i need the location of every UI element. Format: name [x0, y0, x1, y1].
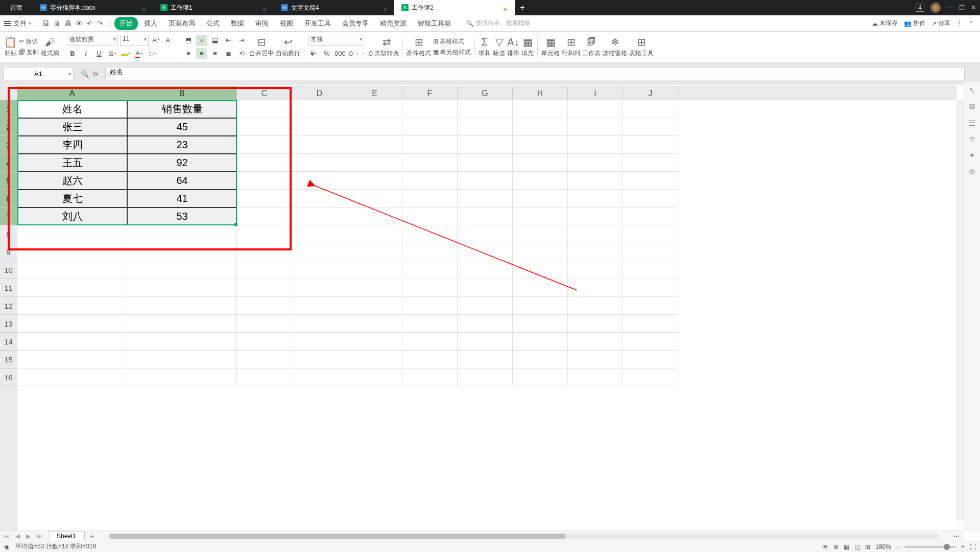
window-count-badge[interactable]: 4: [916, 4, 924, 12]
row-header-6[interactable]: 6: [0, 190, 17, 208]
align-right-icon[interactable]: ≡: [209, 48, 221, 59]
underline-button[interactable]: U: [93, 48, 105, 59]
row-header-3[interactable]: 3: [0, 136, 17, 154]
indent-inc-icon[interactable]: ⇥: [236, 35, 247, 46]
cell-B6[interactable]: 41: [127, 190, 237, 208]
cursor-icon[interactable]: ↖: [969, 86, 975, 95]
dec-decimal-button[interactable]: ←.0: [361, 48, 372, 59]
number-format-selector[interactable]: 常规: [308, 35, 364, 46]
menu-tab-4[interactable]: 数据: [226, 17, 249, 30]
sheet-tab-1[interactable]: Sheet1: [48, 531, 85, 541]
view-layout-icon[interactable]: ◫: [854, 543, 860, 550]
row-header-2[interactable]: 2: [0, 118, 17, 136]
row-header-15[interactable]: 15: [0, 351, 17, 369]
preview-icon[interactable]: 👁: [76, 19, 83, 28]
menu-tab-6[interactable]: 视图: [275, 17, 298, 30]
settings-slider-icon[interactable]: ⚙: [969, 102, 975, 111]
tab-add[interactable]: +: [515, 3, 530, 12]
file-menu[interactable]: 文件 ▾: [0, 19, 35, 28]
wrap-text-button[interactable]: ↩自动换行: [276, 36, 300, 58]
row-header-9[interactable]: 9: [0, 243, 17, 261]
zoom-formula-icon[interactable]: 🔍: [81, 70, 89, 78]
horizontal-scrollbar[interactable]: [109, 534, 939, 539]
cell-B4[interactable]: 92: [127, 154, 237, 172]
currency-button[interactable]: ¥: [308, 48, 319, 59]
comma-button[interactable]: 000: [334, 48, 346, 59]
row-header-13[interactable]: 13: [0, 315, 17, 333]
clear-format-button[interactable]: ◇: [147, 48, 158, 59]
increase-font-icon[interactable]: A⁺: [151, 35, 162, 46]
record-macro-icon[interactable]: ◉: [4, 543, 9, 550]
inc-decimal-button[interactable]: .0→: [348, 48, 359, 59]
align-top-icon[interactable]: ⬒: [183, 35, 194, 46]
formula-input[interactable]: 姓名: [105, 67, 965, 80]
font-size-selector[interactable]: 11: [120, 35, 149, 46]
view-pagebreak-icon[interactable]: ⊞: [865, 543, 870, 550]
menu-tab-0[interactable]: 开始: [114, 17, 138, 30]
cell-A7[interactable]: 刘八: [17, 208, 127, 225]
sheet-nav-prev[interactable]: ◀: [12, 533, 23, 540]
cut-button[interactable]: ✂ 剪切: [19, 37, 39, 46]
zoom-slider[interactable]: [905, 546, 956, 548]
menu-tab-8[interactable]: 会员专享: [337, 17, 374, 30]
align-bottom-icon[interactable]: ⬓: [209, 35, 221, 46]
freeze-button[interactable]: ❄冻结窗格: [603, 36, 627, 58]
col-header-D[interactable]: D: [292, 86, 347, 100]
collapse-ribbon-icon[interactable]: ⌃: [969, 19, 974, 28]
zoom-out-button[interactable]: −: [896, 543, 900, 550]
sheet-nav-next[interactable]: ▶: [23, 533, 34, 540]
filter-button[interactable]: ▽筛选: [493, 36, 505, 58]
sheet-nav-last[interactable]: ⏭: [34, 533, 46, 540]
print-icon[interactable]: 🖶: [64, 19, 71, 28]
cell-B2[interactable]: 45: [127, 118, 237, 136]
row-header-5[interactable]: 5: [0, 172, 17, 190]
select-all-corner[interactable]: [0, 86, 17, 100]
row-header-16[interactable]: 16: [0, 369, 17, 386]
col-header-F[interactable]: F: [402, 86, 458, 100]
indent-dec-icon[interactable]: ⇤: [223, 35, 234, 46]
minimize-button[interactable]: —: [947, 4, 953, 11]
orientation-icon[interactable]: ⟲: [236, 48, 247, 59]
doc-tab-1[interactable]: S工作簿1○: [153, 0, 274, 15]
cell-A6[interactable]: 夏七: [17, 190, 127, 208]
col-header-I[interactable]: I: [568, 86, 623, 100]
copy-button[interactable]: 🗐 复制: [19, 48, 39, 57]
zoom-in-button[interactable]: +: [961, 543, 965, 550]
fill-button[interactable]: ▦填充: [521, 36, 534, 58]
fill-color-button[interactable]: ▬: [120, 48, 131, 59]
bold-button[interactable]: B: [67, 48, 78, 59]
col-header-G[interactable]: G: [458, 86, 513, 100]
collab-button[interactable]: 👥 协作: [904, 19, 925, 28]
menu-tab-2[interactable]: 页面布局: [163, 17, 200, 30]
eye-icon[interactable]: 👁: [822, 543, 828, 550]
sheet-more-icon[interactable]: ⋯: [949, 533, 964, 540]
col-header-B[interactable]: B: [127, 86, 237, 100]
tab-home[interactable]: 首页: [0, 0, 33, 15]
fullscreen-icon[interactable]: ⛶: [970, 543, 976, 550]
zoom-level[interactable]: 180%: [875, 543, 891, 550]
col-header-E[interactable]: E: [347, 86, 402, 100]
cell-style-button[interactable]: ▦ 单元格样式: [433, 48, 471, 57]
menu-tab-7[interactable]: 开发工具: [299, 17, 336, 30]
save-icon[interactable]: 🖫: [42, 19, 49, 28]
vertical-scrollbar[interactable]: [957, 100, 964, 521]
row-header-12[interactable]: 12: [0, 297, 17, 315]
rows-cols-button[interactable]: ⊞行和列: [562, 36, 580, 58]
menu-tab-3[interactable]: 公式: [201, 17, 225, 30]
font-selector[interactable]: 微软雅黑: [67, 35, 118, 46]
row-header-10[interactable]: 10: [0, 261, 17, 279]
italic-button[interactable]: I: [80, 48, 91, 59]
merge-center-button[interactable]: ⊟合并居中: [249, 36, 274, 58]
cell-B1[interactable]: 销售数量: [127, 100, 237, 118]
percent-button[interactable]: %: [321, 48, 332, 59]
share-button[interactable]: ↗ 分享: [931, 19, 950, 28]
table-tools-button[interactable]: ⊞表格工具: [629, 36, 654, 58]
ai-icon[interactable]: ✦: [969, 151, 975, 160]
sort-button[interactable]: A↓排序: [507, 36, 519, 58]
worksheet-button[interactable]: 🗊工作表: [582, 36, 601, 58]
cell-A2[interactable]: 张三: [17, 118, 127, 136]
align-left-icon[interactable]: ≡: [183, 48, 194, 59]
cond-format-button[interactable]: ⊞条件格式: [407, 36, 431, 58]
cell-A4[interactable]: 王五: [17, 154, 127, 172]
undo-icon[interactable]: ↶: [87, 19, 93, 28]
